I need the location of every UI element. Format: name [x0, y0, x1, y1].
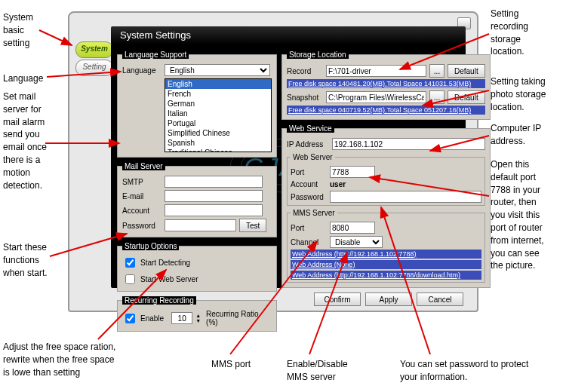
language-label: Language	[122, 66, 161, 75]
record-label: Record	[287, 67, 323, 75]
mmsport-label: Port	[291, 224, 327, 232]
mmsserver-subgroup: MMS Server Port ChannelDisable Web Addre…	[287, 209, 485, 283]
bottom-buttons: Confirm Apply Cancel	[314, 292, 463, 306]
note-start: Start these functions when start.	[3, 241, 48, 279]
app-window: System Settings System Setting GJAVA Lan…	[68, 11, 478, 312]
mms-addr3[interactable]: Web Address (http://192.168.1.102:7788/d…	[291, 271, 481, 280]
mms-addr2[interactable]: Web Address (None)	[291, 260, 481, 269]
email-input[interactable]	[165, 190, 263, 202]
mmsserver-sublegend: MMS Server	[291, 209, 337, 217]
channel-select[interactable]: Disable	[330, 236, 383, 248]
lang-opt7[interactable]: Traditional Chinese	[165, 148, 271, 152]
record-path-input[interactable]	[326, 65, 426, 77]
note-port: Open this default port 7788 in your rout…	[491, 158, 544, 272]
webserver-subgroup: Web Server Port Accountuser Password	[287, 153, 485, 206]
recurring-group: Recurring Recording Enable ▲▼ Recurring …	[117, 296, 277, 332]
wsport-label: Port	[291, 168, 327, 176]
recurring-legend: Recurring Recording	[122, 296, 196, 305]
lang-opt1[interactable]: French	[165, 89, 271, 99]
note-language: Language	[3, 72, 43, 85]
test-button[interactable]: Test	[239, 219, 266, 232]
wspwd-label: Password	[291, 193, 327, 201]
lang-opt3[interactable]: Italian	[165, 109, 271, 118]
record-browse-button[interactable]: ...	[429, 64, 444, 78]
webserver-sublegend: Web Server	[291, 153, 335, 161]
lang-opt0[interactable]: English	[165, 79, 271, 89]
storage-legend: Storage Location	[287, 51, 349, 59]
email-label: E-mail	[122, 192, 161, 201]
wsacct-value: user	[330, 180, 346, 188]
note-pwd: You can set password to protect your inf…	[400, 358, 528, 384]
window-title: System Settings	[111, 26, 466, 44]
svg-line-1	[39, 30, 72, 45]
startup-legend: Startup Options	[122, 242, 179, 250]
smtp-input[interactable]	[165, 176, 263, 188]
system-tab[interactable]: System	[75, 41, 113, 58]
recur-ratio-input[interactable]	[171, 312, 192, 324]
note-mmsen: Enable/Disable MMS server	[287, 358, 348, 384]
storage-group: Storage Location Record ... Default Free…	[281, 51, 491, 120]
recur-ratio-label: Recurring Ratio (%)	[206, 310, 272, 326]
note-mail: Set mail server for mail alarm send you …	[3, 90, 47, 191]
confirm-button[interactable]: Confirm	[314, 292, 361, 306]
language-listbox[interactable]: English French German Italian Portugal S…	[165, 78, 272, 152]
mail-group: Mail Server SMTP E-mail Account Password…	[117, 162, 277, 237]
settings-panel: GJAVA Language Support Language English …	[111, 44, 466, 288]
setting-tab[interactable]: Setting	[75, 60, 113, 76]
recur-enable-checkbox[interactable]	[125, 314, 135, 323]
snapshot-diskinfo: Free disk space 040719.52(MB),Total Spac…	[287, 106, 485, 115]
apply-button[interactable]: Apply	[365, 292, 412, 306]
webservice-legend: Web Service	[287, 124, 334, 133]
mms-addr1[interactable]: Web Address (http://192.168.1.102:7788)	[291, 250, 481, 259]
language-legend: Language Support	[122, 51, 189, 59]
note-mmsport: MMS port	[211, 358, 251, 371]
lang-opt4[interactable]: Portugal	[165, 118, 271, 128]
note-rec: Setting recording storage location.	[491, 8, 528, 58]
wsacct-label: Account	[291, 180, 327, 188]
startup-group: Startup Options Start Detecting Start We…	[117, 242, 277, 292]
language-select[interactable]: English	[165, 64, 270, 76]
start-detecting-label: Start Detecting	[140, 259, 190, 267]
note-system: System basic setting	[3, 11, 33, 49]
note-ratio: Adjust the free space ration, rewrite wh…	[3, 341, 115, 378]
account-input[interactable]	[165, 204, 263, 216]
language-group: Language Support Language English Englis…	[117, 51, 277, 158]
snapshot-default-button[interactable]: Default	[448, 90, 485, 104]
note-snap: Setting taking photo storage location.	[491, 75, 546, 113]
ip-field	[332, 138, 485, 150]
record-default-button[interactable]: Default	[448, 64, 485, 78]
snapshot-label: Snapshot	[287, 93, 323, 102]
mailpwd-label: Password	[122, 222, 161, 230]
note-ip: Computer IP address.	[491, 122, 541, 148]
webservice-group: Web Service IP Address Web Server Port A…	[281, 124, 491, 288]
wspwd-input[interactable]	[330, 191, 481, 203]
spinner-icon[interactable]: ▲▼	[195, 313, 203, 323]
channel-label: Channel	[291, 238, 327, 247]
lang-opt2[interactable]: German	[165, 99, 271, 109]
lang-opt5[interactable]: Simplified Chinese	[165, 128, 271, 138]
smtp-label: SMTP	[122, 178, 161, 186]
start-detecting-checkbox[interactable]	[125, 258, 135, 268]
account-label: Account	[122, 207, 161, 215]
recur-enable-label: Enable	[140, 314, 164, 323]
record-diskinfo: Free disk space 140481.20(MB),Total Spac…	[287, 79, 485, 88]
mail-legend: Mail Server	[122, 162, 165, 170]
wsport-input[interactable]	[330, 166, 375, 178]
ip-label: IP Address	[287, 140, 329, 149]
mailpwd-input[interactable]	[165, 219, 236, 231]
start-webserver-label: Start Web Server	[140, 275, 198, 283]
lang-opt6[interactable]: Spanish	[165, 138, 271, 148]
snapshot-browse-button[interactable]: ...	[429, 90, 444, 104]
cancel-button[interactable]: Cancel	[417, 292, 463, 306]
snapshot-path-input[interactable]	[326, 91, 426, 103]
mmsport-input[interactable]	[330, 222, 375, 234]
start-webserver-checkbox[interactable]	[125, 274, 135, 284]
